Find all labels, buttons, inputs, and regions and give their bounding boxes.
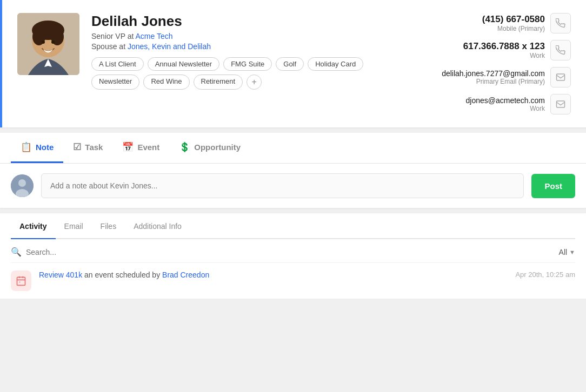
- contact-spouse: Spouse at Jones, Kevin and Delilah: [91, 42, 398, 51]
- action-tabs-section: 📋 Note ☑ Task 📅 Event 💲 Opportunity: [0, 133, 586, 208]
- action-tabs: 📋 Note ☑ Task 📅 Event 💲 Opportunity: [0, 133, 586, 164]
- note-input[interactable]: [41, 173, 524, 198]
- page-wrapper: Delilah Jones Senior VP at Acme Tech Spo…: [0, 0, 586, 299]
- phone-primary-row: (415) 667-0580 Mobile (Primary): [398, 13, 571, 33]
- activity-item-text: Review 401k an event scheduled by Brad C…: [39, 271, 508, 279]
- filter-label: All: [559, 248, 568, 256]
- contact-card: Delilah Jones Senior VP at Acme Tech Spo…: [0, 0, 586, 127]
- email-work: djones@acmetech.com: [465, 96, 545, 105]
- contact-tag[interactable]: Golf: [276, 57, 304, 71]
- email-primary: delilah.jones.7277@gmail.com: [442, 69, 545, 78]
- search-input[interactable]: [26, 248, 555, 256]
- svg-rect-13: [17, 277, 25, 285]
- tab-additional-info[interactable]: Additional Info: [125, 213, 190, 239]
- contact-name: Delilah Jones: [91, 13, 398, 30]
- filter-dropdown[interactable]: All ▼: [559, 248, 575, 256]
- contact-tag[interactable]: Retirement: [194, 75, 243, 90]
- svg-point-6: [42, 40, 45, 44]
- email-primary-button[interactable]: [550, 67, 571, 87]
- activity-person-link[interactable]: Brad Creedon: [162, 271, 209, 279]
- phone-primary: (415) 667-0580: [482, 14, 545, 25]
- email-work-row: djones@acmetech.com Work: [398, 94, 571, 114]
- note-area: Post: [0, 164, 586, 208]
- email-primary-row: delilah.jones.7277@gmail.com Primary Ema…: [398, 67, 571, 87]
- note-icon: 📋: [21, 141, 32, 153]
- post-button[interactable]: Post: [531, 174, 575, 198]
- user-avatar: [11, 174, 34, 197]
- activity-item-time: Apr 20th, 10:25 am: [515, 271, 575, 279]
- contact-tag[interactable]: Newsletter: [91, 75, 139, 90]
- tab-email[interactable]: Email: [56, 213, 92, 239]
- phone-work-row: 617.366.7888 x 123 Work: [398, 40, 571, 60]
- spouse-link[interactable]: Jones, Kevin and Delilah: [128, 42, 211, 51]
- search-icon: 🔍: [11, 247, 22, 257]
- search-bar: 🔍 All ▼: [11, 239, 575, 262]
- activity-item: Review 401k an event scheduled by Brad C…: [11, 262, 575, 299]
- call-work-button[interactable]: [550, 40, 571, 60]
- email-work-button[interactable]: [550, 94, 571, 114]
- tab-note[interactable]: 📋 Note: [11, 133, 63, 163]
- add-tag-button[interactable]: +: [247, 75, 262, 90]
- svg-rect-8: [557, 74, 565, 80]
- tab-files[interactable]: Files: [92, 213, 125, 239]
- activity-description: an event scheduled by: [84, 271, 162, 279]
- activity-title-link[interactable]: Review 401k: [39, 271, 82, 279]
- svg-rect-9: [557, 101, 565, 107]
- tab-event[interactable]: 📅 Event: [112, 133, 169, 163]
- company-link[interactable]: Acme Tech: [135, 32, 172, 40]
- contact-tag[interactable]: FMG Suite: [223, 57, 272, 71]
- task-icon: ☑: [73, 141, 81, 153]
- call-primary-button[interactable]: [550, 13, 571, 33]
- contact-title: Senior VP at Acme Tech: [91, 32, 398, 40]
- contact-info: Delilah Jones Senior VP at Acme Tech Spo…: [91, 13, 398, 90]
- phone-work: 617.366.7888 x 123: [463, 41, 545, 52]
- svg-point-11: [18, 179, 26, 187]
- svg-point-7: [51, 40, 55, 44]
- contact-actions: (415) 667-0580 Mobile (Primary) 617.366.…: [398, 13, 571, 114]
- contact-tag[interactable]: A List Client: [91, 57, 144, 71]
- event-icon: 📅: [122, 141, 134, 153]
- phone-primary-label: Mobile (Primary): [482, 25, 545, 32]
- phone-work-label: Work: [463, 52, 545, 59]
- email-primary-label: Primary Email (Primary): [442, 78, 545, 85]
- opportunity-icon: 💲: [179, 141, 190, 153]
- activity-section: Activity Email Files Additional Info 🔍 A…: [0, 213, 586, 299]
- activity-item-icon: [11, 271, 31, 291]
- chevron-down-icon: ▼: [569, 249, 575, 255]
- activity-tabs: Activity Email Files Additional Info: [11, 213, 575, 239]
- contact-tag[interactable]: Annual Newsletter: [148, 57, 220, 71]
- tab-task[interactable]: ☑ Task: [63, 133, 112, 163]
- contact-tag[interactable]: Holiday Card: [308, 57, 363, 71]
- tab-opportunity[interactable]: 💲 Opportunity: [169, 133, 250, 163]
- tags-container: A List ClientAnnual NewsletterFMG SuiteG…: [91, 57, 398, 90]
- tab-activity[interactable]: Activity: [11, 213, 56, 239]
- email-work-label: Work: [465, 105, 545, 112]
- contact-tag[interactable]: Red Wine: [143, 75, 189, 90]
- contact-avatar: [17, 13, 79, 75]
